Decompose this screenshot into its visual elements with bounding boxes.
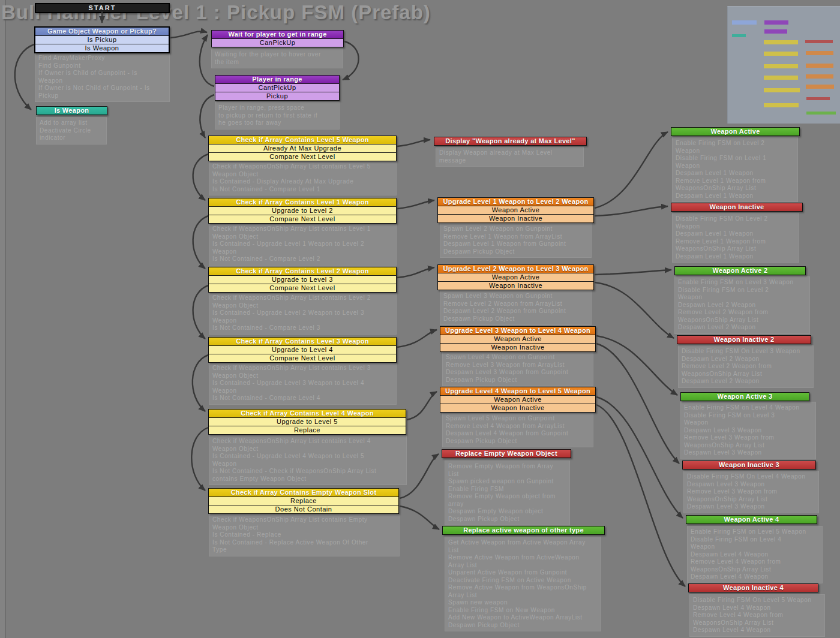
state-weapon-inactive-2[interactable]: Weapon Inactive 2 [677, 335, 811, 344]
transition-weapon-inactive[interactable]: Weapon Inactive [438, 214, 593, 222]
state-upgrade-level-2-weapon-to-level-3-weapon[interactable]: Upgrade Level 2 Weapon to Level 3 Weapon… [437, 264, 594, 290]
state-title-weapon-active-3: Weapon Active 3 [681, 393, 809, 401]
state-weapon-active-3[interactable]: Weapon Active 3 [680, 392, 809, 401]
edge-upgrade3-to-upgrade-2-3 [397, 267, 434, 278]
transition-already-at-max-upgrade[interactable]: Already At Max Upgrade [209, 144, 396, 152]
transition-replace[interactable]: Replace [209, 426, 406, 434]
state-title-is-weapon: Is Weapon [37, 107, 107, 115]
state-check-if-array-contains-level-2-weapon[interactable]: Check if Array Contains Level 2 WeaponUp… [208, 267, 397, 293]
edge-is-weapon-to-is-weapon-state [15, 44, 34, 110]
state-weapon-active-4[interactable]: Weapon Active 4 [686, 515, 817, 524]
state-title-replace-empty-weapon-object: Replace Empty Weapon Object [442, 450, 571, 458]
edge-o3-active-to-weapon-active-3 [596, 336, 677, 395]
transition-weapon-active[interactable]: Weapon Active [438, 273, 593, 281]
edge-is-pickup-to-wait [170, 31, 207, 38]
note-is-weapon: Add to array list Deactivate Circle indi… [36, 117, 107, 145]
note-check-level-1: Check if WeaponsOnShip Array List contai… [209, 223, 397, 266]
state-title-upgrade-level-2-weapon-to-level-3-weapon: Upgrade Level 2 Weapon to Level 3 Weapon [438, 265, 593, 273]
minimap-node-bar-11 [806, 51, 833, 55]
state-replace-active-weapon-of-other-type[interactable]: Replace active weapon of other type [442, 526, 605, 535]
state-upgrade-level-4-weapon-to-level-5-weapon[interactable]: Upgrade Level 4 Weapon to Level 5 Weapon… [440, 387, 596, 413]
state-title-wait-for-player-to-get-in-range: Wait for player to get in range [212, 31, 343, 38]
transition-canpickup[interactable]: CanPickUp [212, 38, 343, 47]
edge-o2-active-to-weapon-active-2 [595, 270, 671, 275]
transition-upgrade-to-level-4[interactable]: Upgrade to Level 4 [209, 345, 396, 354]
transition-upgrade-to-level-5[interactable]: Upgrade to Level 5 [209, 417, 406, 426]
transition-compare-next-level[interactable]: Compare Next Level [209, 284, 396, 292]
edge-o1-active-to-weapon-active [595, 132, 668, 208]
state-start[interactable]: START [35, 3, 170, 13]
note-upgrade-2-3: Spawn Level 3 Weapon on Gunpoint Remove … [440, 290, 592, 325]
minimap-node-bar-12 [806, 64, 833, 68]
minimap-node-bar-7 [764, 76, 798, 80]
graph-minimap[interactable] [727, 6, 840, 124]
edge-canpickup-to-player-in-range [343, 41, 359, 80]
note-upgrade-3-4: Spawn Level 4 Weapon on Gunpoint Remove … [442, 351, 593, 386]
transition-upgrade-to-level-2[interactable]: Upgrade to Level 2 [209, 206, 396, 215]
state-title-replace-active-weapon-of-other-type: Replace active weapon of other type [443, 526, 604, 534]
state-weapon-inactive[interactable]: Weapon Inactive [671, 203, 803, 212]
transition-weapon-active[interactable]: Weapon Active [440, 395, 595, 404]
state-check-if-array-contains-level-5-weapon[interactable]: Check if Array Contains Level 5 WeaponAl… [208, 136, 397, 161]
state-replace-empty-weapon-object[interactable]: Replace Empty Weapon Object [442, 449, 571, 458]
state-game-object-weapon-or-pickup[interactable]: Game Object Weapon or Pickup?Is PickupIs… [34, 26, 170, 53]
state-upgrade-level-3-weapon-to-level-4-weapon[interactable]: Upgrade Level 3 Weapon to Level 4 Weapon… [440, 326, 596, 352]
transition-weapon-inactive[interactable]: Weapon Inactive [438, 281, 593, 290]
state-check-if-array-contains-level-3-weapon[interactable]: Check if Array Contains Level 3 WeaponUp… [208, 337, 397, 363]
state-check-if-array-contains-level-4-weapon[interactable]: Check if Array Contains Level 4 WeaponUp… [208, 409, 406, 435]
state-title-upgrade-level-4-weapon-to-level-5-weapon: Upgrade Level 4 Weapon to Level 5 Weapon [440, 387, 595, 395]
state-check-if-array-contains-empty-weapon-slot[interactable]: Check if Array Contains Empty Weapon Slo… [208, 488, 399, 514]
edge-does-not-contain-to-replace-active [400, 506, 439, 529]
state-title-check-if-array-contains-level-5-weapon: Check if Array Contains Level 5 Weapon [209, 136, 396, 144]
transition-does-not-contain[interactable]: Does Not Contain [209, 505, 398, 513]
edge-max-upgrade-to-display [397, 140, 430, 146]
state-title-weapon-active-4: Weapon Active 4 [686, 516, 817, 523]
state-upgrade-level-1-weapon-to-level-2-weapon[interactable]: Upgrade Level 1 Weapon to Level 2 Weapon… [437, 197, 594, 223]
note-weapon-active-4: Enable Firing FSM on Level 5 Weapon Disa… [687, 526, 823, 583]
state-title-game-object-weapon-or-pickup: Game Object Weapon or Pickup? [35, 28, 169, 35]
state-weapon-active-2[interactable]: Weapon Active 2 [674, 266, 806, 275]
edge-o2-inactive-to-weapon-inactive-2 [595, 282, 674, 338]
transition-cantpickup[interactable]: CantPickUp [215, 83, 339, 92]
transition-is-weapon[interactable]: Is Weapon [35, 44, 169, 52]
transition-compare-next-level[interactable]: Compare Next Level [209, 354, 396, 362]
state-display-weapon-already-at-max-level[interactable]: Display "Weapon already at Max Level" [434, 137, 587, 146]
state-weapon-active[interactable]: Weapon Active [671, 127, 800, 136]
minimap-node-bar-2 [764, 29, 787, 34]
edge-o4-active-to-weapon-active-4 [596, 397, 683, 518]
note-wait-for-player: Waiting for the player to hover over the… [211, 49, 343, 68]
state-player-in-range[interactable]: Player in rangeCantPickUpPickup [215, 75, 340, 101]
fsm-graph[interactable]: Find ArrayMakerProxy Find Gunpoint If Ow… [0, 0, 840, 638]
state-is-weapon[interactable]: Is Weapon [36, 106, 107, 115]
transition-weapon-inactive[interactable]: Weapon Inactive [440, 404, 595, 412]
state-title-upgrade-level-3-weapon-to-level-4-weapon: Upgrade Level 3 Weapon to Level 4 Weapon [440, 327, 595, 335]
minimap-node-bar-8 [764, 88, 800, 92]
note-weapon-inactive-3: Disable Firing FSM On Level 4 Weapon Des… [683, 471, 819, 513]
state-weapon-inactive-3[interactable]: Weapon Inactive 3 [682, 461, 816, 470]
edge-pickup-to-check-level-5 [200, 95, 214, 138]
transition-weapon-active[interactable]: Weapon Active [440, 335, 595, 343]
note-upgrade-4-5: Spawn Level 5 Weapon on Gunpoint Remove … [442, 413, 593, 447]
state-title-weapon-inactive: Weapon Inactive [671, 203, 802, 211]
minimap-node-bar-9 [764, 103, 799, 107]
state-weapon-inactive-4[interactable]: Weapon Inactive 4 [688, 583, 818, 592]
minimap-node-bar-0 [732, 20, 757, 25]
transition-upgrade-to-level-3[interactable]: Upgrade to Level 3 [209, 275, 396, 284]
transition-compare-next-level[interactable]: Compare Next Level [209, 215, 396, 223]
transition-weapon-active[interactable]: Weapon Active [438, 206, 593, 214]
transition-is-pickup[interactable]: Is Pickup [35, 35, 169, 44]
note-check-level-3: Check if WeaponsOnShip Array List contai… [209, 362, 397, 405]
note-replace-empty: Remove Empty Weapon from Array List Spaw… [445, 461, 570, 525]
note-weapon-or-pickup: Find ArrayMakerProxy Find Gunpoint If Ow… [35, 52, 170, 102]
transition-weapon-inactive[interactable]: Weapon Inactive [440, 343, 595, 351]
state-check-if-array-contains-level-1-weapon[interactable]: Check if Array Contains Level 1 WeaponUp… [208, 198, 397, 224]
state-wait-for-player-to-get-in-range[interactable]: Wait for player to get in rangeCanPickUp [211, 30, 344, 47]
state-title-check-if-array-contains-empty-weapon-slot: Check if Array Contains Empty Weapon Slo… [209, 489, 398, 496]
transition-replace[interactable]: Replace [209, 496, 398, 505]
state-title-start: START [36, 4, 169, 12]
minimap-node-bar-1 [764, 20, 788, 25]
state-title-upgrade-level-1-weapon-to-level-2-weapon: Upgrade Level 1 Weapon to Level 2 Weapon [438, 198, 593, 206]
state-title-check-if-array-contains-level-4-weapon: Check if Array Contains Level 4 Weapon [209, 410, 406, 417]
transition-pickup[interactable]: Pickup [215, 92, 339, 100]
transition-compare-next-level[interactable]: Compare Next Level [209, 152, 396, 161]
